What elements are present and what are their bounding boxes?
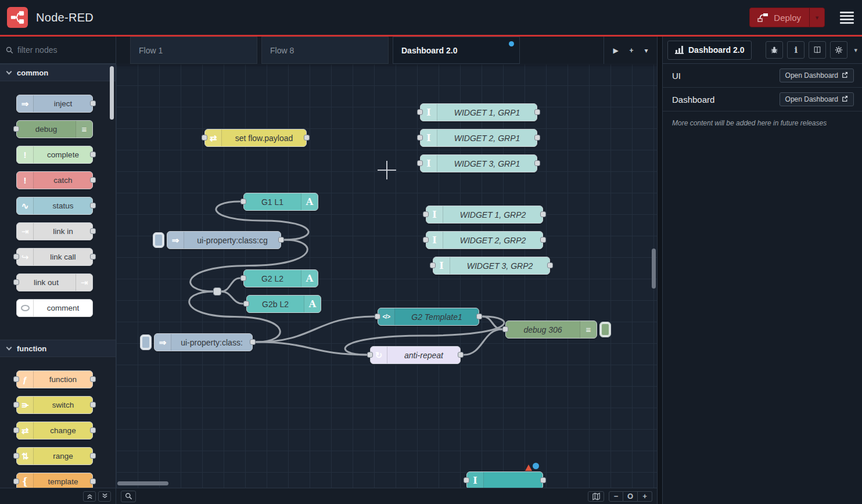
input-port[interactable] <box>13 376 19 382</box>
node-range[interactable]: ⇅range <box>16 447 93 465</box>
input-port[interactable] <box>240 275 246 281</box>
canvas-hscrollbar[interactable] <box>117 481 168 485</box>
output-port[interactable] <box>250 339 256 345</box>
sidebar-tabs-caret[interactable]: ▾ <box>854 46 857 54</box>
output-port[interactable] <box>90 152 96 157</box>
add-flow-button[interactable]: + <box>630 46 634 55</box>
flow-list-caret[interactable]: ▾ <box>645 46 648 55</box>
output-port[interactable] <box>90 203 96 208</box>
palette-category-function[interactable]: function <box>0 340 116 357</box>
output-port[interactable] <box>540 237 546 243</box>
output-port[interactable] <box>90 478 96 484</box>
flow-tab-2[interactable]: Flow 8 <box>261 37 389 64</box>
node-g2-template1[interactable]: </>G2 Template1 <box>378 308 479 326</box>
node-g2b-l2[interactable]: G2b L2A <box>246 295 321 313</box>
output-port[interactable] <box>90 453 96 459</box>
output-port[interactable] <box>90 402 96 408</box>
expand-all-button[interactable] <box>98 491 111 502</box>
open-dashboard-button[interactable]: Open Dashboard <box>780 92 854 106</box>
search-flows-button[interactable] <box>121 491 136 502</box>
input-port[interactable] <box>423 237 429 243</box>
node-ui-property-cg[interactable]: ⇒ui-property:class:cg <box>167 231 281 249</box>
input-port[interactable] <box>375 314 380 319</box>
node-inject[interactable]: ⇒inject <box>16 95 93 113</box>
node-anti-repeat[interactable]: ↻anti-repeat <box>370 346 461 364</box>
output-port[interactable] <box>90 254 96 260</box>
input-port[interactable] <box>367 352 373 358</box>
node-complete[interactable]: !complete <box>16 146 93 164</box>
main-menu-button[interactable] <box>840 12 854 24</box>
output-port[interactable] <box>90 228 96 234</box>
node-change-set-flow-payload[interactable]: ⇄set flow.payload <box>204 129 307 147</box>
palette-scroll-area[interactable]: common⇒injectdebug≡!complete!catch∿statu… <box>0 64 116 488</box>
input-port[interactable] <box>417 135 423 141</box>
node-widget3-grp1[interactable]: IWIDGET 3, GRP1 <box>420 154 537 172</box>
flow-tab-3[interactable]: Dashboard 2.0 <box>393 37 520 64</box>
help-panel-button[interactable] <box>809 41 826 59</box>
input-port[interactable] <box>202 135 207 141</box>
node-status[interactable]: ∿status <box>16 197 93 215</box>
sidebar-splitter[interactable] <box>658 37 662 504</box>
node-g2-l2[interactable]: G2 L2A <box>243 269 318 287</box>
zoom-out-button[interactable]: − <box>609 491 623 502</box>
info-panel-button[interactable]: i <box>787 41 804 59</box>
input-port[interactable] <box>13 427 19 433</box>
node-clipped-node[interactable]: I <box>466 471 543 488</box>
input-port[interactable] <box>423 211 429 217</box>
input-port[interactable] <box>13 254 19 260</box>
input-port[interactable] <box>464 477 469 483</box>
node-debug-306[interactable]: debug 306≡ <box>505 321 597 339</box>
node-widget1-grp2[interactable]: IWIDGET 1, GRP2 <box>426 206 543 224</box>
node-trigger-button[interactable] <box>599 322 611 337</box>
output-port[interactable] <box>90 100 96 106</box>
node-link-call[interactable]: ↪link call <box>16 248 93 266</box>
wire-junction1-to-g2-l2[interactable] <box>221 278 240 291</box>
zoom-reset-button[interactable]: O <box>623 491 638 502</box>
input-port[interactable] <box>417 109 423 115</box>
navigator-button[interactable] <box>588 491 604 502</box>
output-port[interactable] <box>534 135 540 141</box>
node-debug[interactable]: debug≡ <box>16 120 93 138</box>
node-g1-l1[interactable]: G1 L1A <box>243 193 318 211</box>
input-port[interactable] <box>502 326 508 332</box>
node-catch[interactable]: !catch <box>16 171 93 189</box>
open-dashboard-button[interactable]: Open Dashboard <box>780 69 854 82</box>
canvas-vscrollbar[interactable] <box>652 249 656 289</box>
input-port[interactable] <box>243 301 249 307</box>
zoom-in-button[interactable]: + <box>638 491 652 502</box>
output-port[interactable] <box>534 109 540 115</box>
input-port[interactable] <box>13 126 19 132</box>
output-port[interactable] <box>540 211 546 217</box>
node-ui-property-2[interactable]: ⇒ui-property:class: <box>154 333 253 351</box>
output-port[interactable] <box>90 427 96 433</box>
tab-scroll-right-icon[interactable]: ▶ <box>613 46 618 55</box>
deploy-options-caret[interactable]: ▾ <box>809 8 824 27</box>
node-comment[interactable]: comment <box>16 299 93 317</box>
node-function[interactable]: ƒfunction <box>16 370 93 388</box>
input-port[interactable] <box>430 262 436 268</box>
input-port[interactable] <box>13 453 19 459</box>
settings-button[interactable] <box>830 41 847 59</box>
node-link-out[interactable]: link out⇥ <box>16 273 93 291</box>
palette-scrollbar[interactable] <box>110 66 114 120</box>
node-widget3-grp2[interactable]: IWIDGET 3, GRP2 <box>433 257 550 275</box>
input-port[interactable] <box>13 279 19 285</box>
input-port[interactable] <box>13 402 19 408</box>
wire-junction1-to-g2b-l2[interactable] <box>221 291 243 304</box>
debug-panel-button[interactable] <box>766 41 783 59</box>
output-port[interactable] <box>534 160 540 166</box>
output-port[interactable] <box>90 177 96 183</box>
node-link-in[interactable]: ⇥link in <box>16 222 93 240</box>
output-port[interactable] <box>458 352 464 358</box>
flow-canvas[interactable]: ⇄set flow.payloadIWIDGET 1, GRP1IWIDGET … <box>116 64 657 488</box>
flow-tab-1[interactable]: Flow 1 <box>130 37 257 64</box>
node-switch[interactable]: ⋔switch <box>16 396 93 414</box>
node-widget1-grp1[interactable]: IWIDGET 1, GRP1 <box>420 103 537 121</box>
output-port[interactable] <box>476 314 482 319</box>
output-port[interactable] <box>278 237 284 243</box>
palette-filter-input[interactable] <box>17 45 99 55</box>
collapse-all-button[interactable] <box>83 491 96 502</box>
palette-category-common[interactable]: common <box>0 64 116 81</box>
node-widget2-grp1[interactable]: IWIDGET 2, GRP1 <box>420 129 537 147</box>
output-port[interactable] <box>540 477 546 483</box>
